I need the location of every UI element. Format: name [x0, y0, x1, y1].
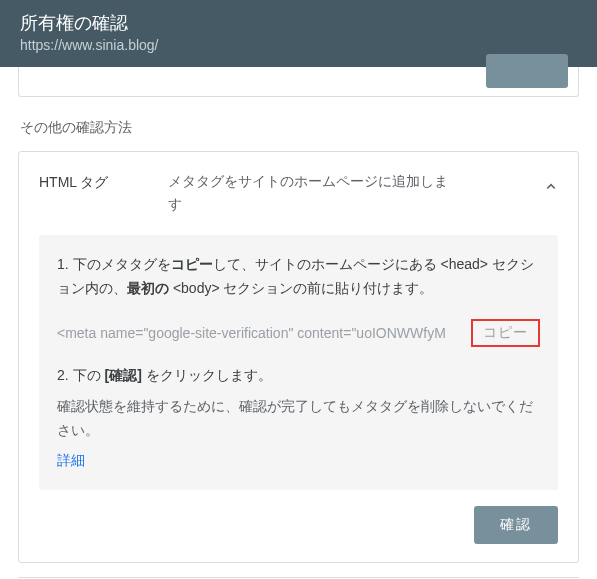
step1-prefix: 1. 下のメタタグを	[57, 256, 171, 272]
dialog-url: https://www.sinia.blog/	[20, 37, 577, 53]
step2-bold: [確認]	[104, 367, 141, 383]
method-description: メタタグをサイトのホームページに追加します	[168, 170, 458, 215]
step2-suffix: をクリックします。	[142, 367, 272, 383]
section-title: その他の確認方法	[20, 119, 579, 137]
step1-bold-first: 最初の	[127, 280, 169, 296]
html-tag-card: HTML タグ メタタグをサイトのホームページに追加します 1. 下のメタタグを…	[18, 151, 579, 563]
step1-bold-copy: コピー	[171, 256, 213, 272]
meta-tag-code[interactable]: <meta name="google-site-verification" co…	[57, 325, 465, 341]
confirm-button[interactable]: 確認	[474, 506, 558, 544]
retain-note: 確認状態を維持するために、確認が完了してもメタタグを削除しないでください。	[57, 395, 540, 443]
chevron-up-icon[interactable]	[542, 178, 560, 196]
step1-suffix: <body> セクションの前に貼り付けます。	[169, 280, 434, 296]
previous-card-button-stub	[486, 54, 568, 88]
previous-card-stub	[18, 67, 579, 97]
dialog-content: その他の確認方法 HTML タグ メタタグをサイトのホームページに追加します 1…	[0, 67, 597, 579]
step-1-text: 1. 下のメタタグをコピーして、サイトのホームページにある <head> セクシ…	[57, 253, 540, 301]
dialog-title: 所有権の確認	[20, 12, 577, 35]
card-header-row[interactable]: HTML タグ メタタグをサイトのホームページに追加します	[39, 170, 558, 215]
instructions-panel: 1. 下のメタタグをコピーして、サイトのホームページにある <head> セクシ…	[39, 235, 558, 490]
meta-tag-row: <meta name="google-site-verification" co…	[57, 319, 540, 347]
method-name: HTML タグ	[39, 170, 108, 192]
confirm-row: 確認	[39, 506, 558, 544]
step-2-text: 2. 下の [確認] をクリックします。	[57, 367, 540, 385]
details-link[interactable]: 詳細	[57, 452, 85, 470]
copy-button[interactable]: コピー	[471, 319, 540, 347]
step2-prefix: 2. 下の	[57, 367, 104, 383]
